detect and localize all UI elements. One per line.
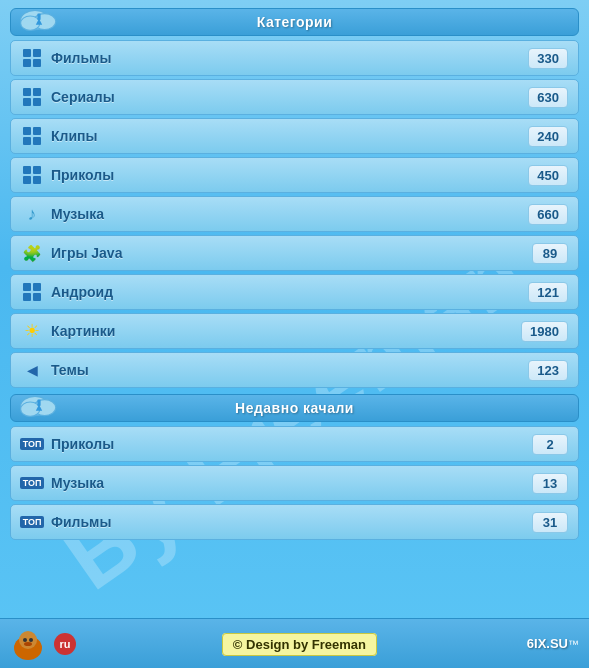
category-row-themes[interactable]: ◀ Темы 123 xyxy=(10,352,579,388)
music-count: 660 xyxy=(528,204,568,225)
clip-count: 240 xyxy=(528,126,568,147)
svg-point-15 xyxy=(29,638,33,642)
category-row-pictures[interactable]: ☀ Картинки 1980 xyxy=(10,313,579,349)
svg-rect-9 xyxy=(37,400,40,406)
film-label: Фильмы xyxy=(51,50,528,66)
recent-jokes-label: Приколы xyxy=(51,436,532,452)
java-count: 89 xyxy=(532,243,568,264)
recent-row-films[interactable]: ТОП Фильмы 31 xyxy=(10,504,579,540)
serial-icon xyxy=(21,86,43,108)
recent-music-label: Музыка xyxy=(51,475,532,491)
cloud-icon-recent xyxy=(19,392,59,424)
footer-character-icon xyxy=(10,626,46,662)
category-row-jokes[interactable]: Приколы 450 xyxy=(10,157,579,193)
tm-symbol: ™ xyxy=(568,638,579,650)
themes-count: 123 xyxy=(528,360,568,381)
recent-films-label: Фильмы xyxy=(51,514,532,530)
recent-header: Недавно качали xyxy=(10,394,579,422)
pictures-count: 1980 xyxy=(521,321,568,342)
categories-header: Категории xyxy=(10,8,579,36)
joke-label: Приколы xyxy=(51,167,528,183)
joke-icon xyxy=(21,164,43,186)
recent-title: Недавно качали xyxy=(235,400,354,416)
android-icon xyxy=(21,281,43,303)
film-count: 330 xyxy=(528,48,568,69)
top-music-icon: ТОП xyxy=(21,472,43,494)
recent-section: Недавно качали ТОП Приколы 2 ТОП Музыка … xyxy=(10,394,579,540)
film-icon xyxy=(21,47,43,69)
category-row-android[interactable]: Андроид 121 xyxy=(10,274,579,310)
main-container: Категории Фильмы 330 Сериалы 630 Клипы 2… xyxy=(0,0,589,551)
category-row-serials[interactable]: Сериалы 630 xyxy=(10,79,579,115)
theme-icon: ◀ xyxy=(21,359,43,381)
music-label: Музыка xyxy=(51,206,528,222)
serial-count: 630 xyxy=(528,87,568,108)
music-icon: ♪ xyxy=(21,203,43,225)
cloud-icon-top xyxy=(19,6,59,38)
footer-credit: © Design by Freeman xyxy=(80,635,519,653)
recent-music-count: 13 xyxy=(532,473,568,494)
serial-label: Сериалы xyxy=(51,89,528,105)
themes-label: Темы xyxy=(51,362,528,378)
clip-label: Клипы xyxy=(51,128,528,144)
recent-list: ТОП Приколы 2 ТОП Музыка 13 ТОП Фильмы 3… xyxy=(10,426,579,540)
categories-list: Фильмы 330 Сериалы 630 Клипы 240 Приколы… xyxy=(10,40,579,388)
top-films-icon: ТОП xyxy=(21,511,43,533)
footer-site: 6IX.SU ™ xyxy=(527,636,579,651)
category-row-music[interactable]: ♪ Музыка 660 xyxy=(10,196,579,232)
ru-icon: ru xyxy=(54,633,76,655)
android-label: Андроид xyxy=(51,284,528,300)
recent-jokes-count: 2 xyxy=(532,434,568,455)
top-jokes-icon: ТОП xyxy=(21,433,43,455)
recent-films-count: 31 xyxy=(532,512,568,533)
sun-icon: ☀ xyxy=(21,320,43,342)
site-label: 6IX.SU xyxy=(527,636,568,651)
category-row-films[interactable]: Фильмы 330 xyxy=(10,40,579,76)
java-label: Игры Java xyxy=(51,245,532,261)
categories-title: Категории xyxy=(257,14,333,30)
footer-logo xyxy=(10,626,46,662)
android-count: 121 xyxy=(528,282,568,303)
recent-row-music[interactable]: ТОП Музыка 13 xyxy=(10,465,579,501)
svg-point-14 xyxy=(23,638,27,642)
category-row-clips[interactable]: Клипы 240 xyxy=(10,118,579,154)
recent-row-jokes[interactable]: ТОП Приколы 2 xyxy=(10,426,579,462)
footer: ru © Design by Freeman 6IX.SU ™ xyxy=(0,618,589,668)
joke-count: 450 xyxy=(528,165,568,186)
clip-icon xyxy=(21,125,43,147)
puzzle-icon: 🧩 xyxy=(21,242,43,264)
svg-point-16 xyxy=(24,642,32,646)
pictures-label: Картинки xyxy=(51,323,521,339)
category-row-java[interactable]: 🧩 Игры Java 89 xyxy=(10,235,579,271)
footer-credit-text: © Design by Freeman xyxy=(222,633,377,656)
svg-rect-4 xyxy=(37,14,40,20)
